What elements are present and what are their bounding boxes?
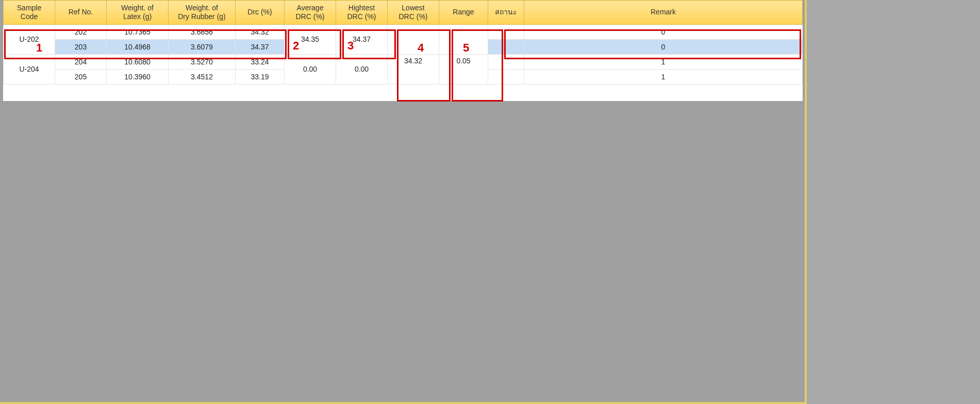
cell-sample-code[interactable]: U-204 bbox=[4, 54, 55, 84]
table-row[interactable]: U-20420410.60803.527033.240.000.0034.320… bbox=[4, 54, 803, 69]
col-ref-no[interactable]: Ref No. bbox=[55, 1, 107, 25]
grid-panel: SampleCode Ref No. Weight. ofLatex (g) W… bbox=[0, 0, 807, 404]
col-weight-dry-rubber[interactable]: Weight. ofDry Rubber (g) bbox=[169, 1, 236, 25]
drc-table: SampleCode Ref No. Weight. ofLatex (g) W… bbox=[3, 0, 803, 85]
cell-remark[interactable]: 0 bbox=[524, 39, 803, 54]
header-row: SampleCode Ref No. Weight. ofLatex (g) W… bbox=[4, 1, 803, 25]
col-highest-drc[interactable]: HightestDRC (%) bbox=[336, 1, 388, 25]
col-drc[interactable]: Drc (%) bbox=[236, 1, 285, 25]
cell-status[interactable] bbox=[488, 39, 524, 54]
cell-ref-no[interactable]: 203 bbox=[55, 39, 107, 54]
cell-drc[interactable]: 34.32 bbox=[236, 24, 285, 39]
cell-range[interactable] bbox=[439, 24, 488, 54]
cell-weight-latex[interactable]: 10.6080 bbox=[107, 54, 169, 69]
cell-remark[interactable]: 1 bbox=[524, 69, 803, 84]
cell-remark[interactable]: 0 bbox=[524, 24, 803, 39]
cell-status[interactable] bbox=[488, 54, 524, 69]
cell-range[interactable]: 0.05 bbox=[439, 54, 488, 84]
cell-lowest-drc[interactable]: 34.32 bbox=[388, 54, 439, 84]
cell-weight-dry-rubber[interactable]: 3.6856 bbox=[169, 24, 236, 39]
cell-status[interactable] bbox=[488, 24, 524, 39]
cell-sample-code[interactable]: U-202 bbox=[4, 24, 55, 54]
cell-average-drc[interactable]: 0.00 bbox=[285, 54, 336, 84]
cell-highest-drc[interactable]: 0.00 bbox=[336, 54, 388, 84]
col-range[interactable]: Range bbox=[439, 1, 488, 25]
col-status[interactable]: สถานะ bbox=[488, 1, 524, 25]
cell-weight-latex[interactable]: 10.4968 bbox=[107, 39, 169, 54]
col-average-drc[interactable]: AverageDRC (%) bbox=[285, 1, 336, 25]
cell-lowest-drc[interactable] bbox=[388, 24, 439, 54]
cell-weight-latex[interactable]: 10.3960 bbox=[107, 69, 169, 84]
col-remark[interactable]: Remark bbox=[524, 1, 803, 25]
cell-weight-latex[interactable]: 10.7365 bbox=[107, 24, 169, 39]
col-weight-latex[interactable]: Weight. ofLatex (g) bbox=[107, 1, 169, 25]
cell-drc[interactable]: 34.37 bbox=[236, 39, 285, 54]
cell-drc[interactable]: 33.19 bbox=[236, 69, 285, 84]
cell-average-drc[interactable]: 34.35 bbox=[285, 24, 336, 54]
cell-drc[interactable]: 33.24 bbox=[236, 54, 285, 69]
cell-highest-drc[interactable]: 34.37 bbox=[336, 24, 388, 54]
table-row[interactable]: U-20220210.73653.685634.3234.3534.370 bbox=[4, 24, 803, 39]
cell-ref-no[interactable]: 202 bbox=[55, 24, 107, 39]
cell-remark[interactable]: 1 bbox=[524, 54, 803, 69]
cell-weight-dry-rubber[interactable]: 3.6079 bbox=[169, 39, 236, 54]
cell-weight-dry-rubber[interactable]: 3.4512 bbox=[169, 69, 236, 84]
cell-ref-no[interactable]: 205 bbox=[55, 69, 107, 84]
cell-ref-no[interactable]: 204 bbox=[55, 54, 107, 69]
cell-weight-dry-rubber[interactable]: 3.5270 bbox=[169, 54, 236, 69]
col-sample-code[interactable]: SampleCode bbox=[4, 1, 55, 25]
data-area: SampleCode Ref No. Weight. ofLatex (g) W… bbox=[3, 0, 803, 101]
col-lowest-drc[interactable]: LowestDRC (%) bbox=[388, 1, 439, 25]
cell-status[interactable] bbox=[488, 69, 524, 84]
